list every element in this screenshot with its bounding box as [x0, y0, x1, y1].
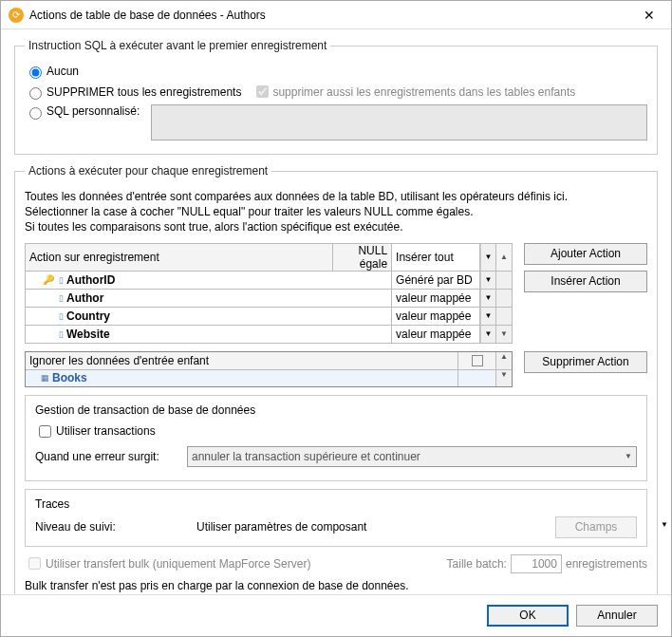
trace-level-label: Niveau de suivi:: [35, 520, 187, 534]
chevron-down-icon: ▼: [625, 452, 632, 460]
use-transactions-label: Utiliser transactions: [56, 424, 156, 438]
table-row[interactable]: 🔑▯AuthorID Généré par BD▼: [26, 271, 513, 289]
child-header-label: Ignorer les données d'entrée enfant: [26, 352, 458, 369]
table-icon: ▦: [41, 373, 49, 383]
table-row[interactable]: ▯Country valeur mappée▼: [26, 307, 513, 325]
on-error-label: Quand une erreur surgit:: [35, 450, 187, 463]
titlebar: ⟳ Actions de table de base de données - …: [1, 1, 671, 29]
radio-custom-sql[interactable]: [29, 107, 42, 120]
trace-level-select[interactable]: Utiliser paramètres de composant▼: [196, 520, 546, 534]
chevron-down-icon: ▼: [480, 272, 495, 289]
check-delete-children: [256, 85, 269, 98]
use-transactions-checkbox[interactable]: [39, 425, 51, 438]
traces-title: Traces: [35, 497, 637, 511]
column-icon: ▯: [59, 329, 64, 339]
batch-unit-label: enregistrements: [566, 557, 647, 571]
delete-action-button[interactable]: Supprimer Action: [524, 351, 647, 373]
bulk-transfer-checkbox: [28, 557, 41, 570]
insert-action-button[interactable]: Insérer Action: [524, 271, 647, 292]
chevron-down-icon: ▼: [480, 308, 495, 325]
radio-delete-all[interactable]: [29, 87, 42, 100]
ok-button[interactable]: OK: [487, 605, 569, 627]
custom-sql-textarea[interactable]: [151, 104, 647, 141]
close-icon[interactable]: ✕: [635, 8, 663, 23]
bulk-note: Bulk transfer n'est pas pris en charge p…: [25, 579, 647, 592]
dialog-content: Instruction SQL à exécuter avant le prem…: [1, 29, 671, 594]
radio-custom-sql-label: SQL personnalisé:: [47, 104, 140, 118]
child-data-grid[interactable]: Ignorer les données d'entrée enfant ▲ ▦B…: [25, 351, 513, 387]
value-dropdown[interactable]: valeur mappée▼: [392, 290, 495, 307]
chevron-down-icon: ▼: [661, 520, 668, 529]
scroll-down-icon[interactable]: ▼: [496, 370, 512, 386]
value-dropdown[interactable]: valeur mappée▼: [392, 326, 495, 343]
dialog-window: ⟳ Actions de table de base de données - …: [0, 0, 672, 637]
sql-before-legend: Instruction SQL à exécuter avant le prem…: [25, 39, 330, 52]
column-icon: ▯: [59, 293, 64, 303]
ignore-child-checkbox[interactable]: [472, 355, 483, 366]
value-dropdown[interactable]: Généré par BD▼: [392, 272, 495, 289]
batch-size-input: 1000: [511, 554, 562, 573]
action-type-dropdown[interactable]: Insérer tout▼: [392, 244, 495, 271]
column-icon: ▯: [59, 311, 64, 321]
add-action-button[interactable]: Ajouter Action: [524, 243, 647, 265]
traces-group: Traces Niveau de suivi: Utiliser paramèt…: [25, 489, 647, 547]
sql-before-group: Instruction SQL à exécuter avant le prem…: [14, 39, 658, 155]
primary-key-icon: 🔑: [41, 274, 56, 285]
chevron-down-icon: ▼: [480, 290, 495, 307]
table-row[interactable]: ▯Website valeur mappée▼ ▼: [26, 325, 513, 343]
batch-size-label: Taille batch:: [447, 557, 507, 571]
chevron-down-icon: ▼: [480, 326, 495, 343]
scroll-up-icon[interactable]: ▲: [496, 243, 513, 271]
on-error-select[interactable]: annuler la transaction supérieure et con…: [187, 446, 637, 467]
bulk-transfer-label: Utiliser transfert bulk (uniquement MapF…: [46, 557, 310, 571]
chevron-down-icon: ▼: [480, 244, 495, 271]
fields-button: Champs: [555, 516, 637, 538]
app-icon: ⟳: [9, 8, 24, 23]
window-title: Actions de table de base de données - Au…: [29, 9, 635, 22]
cancel-button[interactable]: Annuler: [576, 605, 658, 627]
table-row[interactable]: ▯Author valeur mappée▼: [26, 289, 513, 307]
transaction-group: Gestion de transaction de base de donnée…: [25, 395, 647, 481]
actions-group: Actions à exécuter pour chaque enregistr…: [14, 164, 658, 594]
dialog-footer: OK Annuler: [1, 594, 671, 636]
col-header-null: NULL égale: [333, 243, 392, 271]
check-delete-children-label: supprimer aussi les enregistrements dans…: [272, 85, 575, 99]
radio-none-label: Aucun: [47, 65, 79, 78]
scroll-down-icon[interactable]: ▼: [496, 325, 513, 343]
column-icon: ▯: [59, 275, 64, 285]
transaction-title: Gestion de transaction de base de donnée…: [35, 403, 637, 417]
radio-delete-all-label: SUPPRIMER tous les enregistrements: [47, 85, 241, 99]
actions-description: Toutes les données d'entrée sont comparé…: [25, 189, 647, 235]
child-table-row[interactable]: ▦Books ▼: [26, 370, 512, 386]
actions-legend: Actions à exécuter pour chaque enregistr…: [25, 164, 271, 178]
scroll-up-icon[interactable]: ▲: [496, 352, 512, 369]
radio-none[interactable]: [29, 66, 42, 79]
col-header-action: Action sur enregistrement: [26, 243, 333, 271]
actions-table[interactable]: Action sur enregistrement NULL égale Ins…: [25, 243, 513, 344]
value-dropdown[interactable]: valeur mappée▼: [392, 308, 495, 325]
